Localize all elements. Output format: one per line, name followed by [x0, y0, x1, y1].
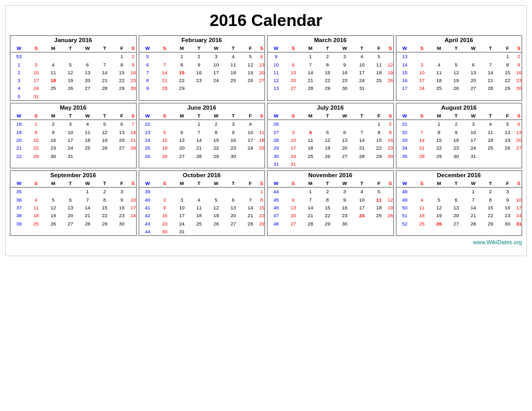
- cal-cell: 23: [224, 144, 242, 152]
- cal-cell: 9: [224, 128, 242, 136]
- cal-cell: 24: [353, 76, 370, 84]
- cal-cell: [207, 228, 224, 235]
- cal-cell: 6: [62, 196, 79, 204]
- cal-cell: 25: [413, 220, 430, 228]
- cal-cell: 7: [482, 61, 499, 69]
- cal-cell: 15: [396, 69, 414, 76]
- month-table-5: WSMTWTFS22 1234 235678910112412131415161…: [139, 112, 265, 160]
- cal-cell: 6: [224, 196, 242, 204]
- cal-cell: [242, 228, 259, 235]
- cal-cell: 27: [464, 84, 482, 92]
- col-header-1: S: [156, 112, 173, 120]
- cal-cell: 9: [45, 128, 62, 136]
- col-header-4: W: [464, 44, 482, 52]
- cal-cell: 14: [413, 136, 430, 144]
- cal-cell: 12: [207, 204, 224, 211]
- cal-cell: 29: [268, 144, 285, 152]
- month-block-1: February 2016WSMTWTFS5 12345667891011121…: [139, 35, 265, 101]
- cal-cell: 28: [482, 84, 499, 92]
- cal-cell: 27: [173, 152, 190, 160]
- cal-cell: 12: [388, 61, 393, 69]
- cal-cell: 16: [156, 211, 173, 219]
- month-block-9: October 2016WSMTWTFS39 14023456784191011…: [139, 170, 265, 236]
- cal-cell: 46: [268, 204, 285, 211]
- table-row: 456789101112: [268, 196, 393, 204]
- cal-cell: [319, 160, 336, 168]
- cal-cell: 11: [430, 69, 447, 76]
- cal-cell: 20: [224, 211, 242, 219]
- month-title-10: November 2016: [268, 171, 393, 179]
- col-header-3: T: [319, 112, 336, 120]
- table-row: 48 123: [396, 188, 522, 196]
- cal-cell: 6: [285, 61, 302, 69]
- table-row: 4216171819202122: [139, 211, 265, 219]
- cal-cell: 19: [156, 144, 173, 152]
- cal-cell: 19: [242, 69, 259, 76]
- cal-cell: 25: [370, 211, 388, 219]
- table-row: 4945678910: [396, 196, 522, 204]
- cal-cell: 16: [499, 204, 516, 211]
- cal-cell: 20: [79, 76, 96, 84]
- table-row: 35 123: [10, 188, 136, 196]
- cal-cell: 22: [139, 120, 156, 128]
- cal-cell: 25: [482, 144, 499, 152]
- col-header-1: S: [28, 44, 45, 52]
- cal-cell: 6: [173, 128, 190, 136]
- cal-cell: 4: [482, 120, 499, 128]
- cal-cell: 18: [482, 136, 499, 144]
- cal-cell: 2: [96, 188, 113, 196]
- cal-cell: [130, 92, 136, 100]
- cal-cell: 3: [499, 188, 516, 196]
- cal-cell: 25: [430, 84, 447, 92]
- cal-cell: 7: [139, 69, 156, 76]
- month-table-6: WSMTWTFS26 12273456789281011121314151629…: [268, 112, 393, 168]
- cal-cell: 26: [388, 76, 393, 84]
- cal-cell: 15: [319, 204, 336, 211]
- cal-cell: 19: [96, 136, 113, 144]
- cal-cell: 12: [447, 69, 464, 76]
- cal-cell: [113, 152, 130, 160]
- cal-cell: 9: [190, 61, 207, 69]
- cal-cell: 45: [268, 196, 285, 204]
- col-header-2: M: [302, 44, 319, 52]
- table-row: 143456789: [396, 61, 522, 69]
- calendar-grid: January 2016WSMTWTFS53 12134567892101112…: [10, 35, 522, 236]
- table-row: 531: [10, 92, 136, 100]
- col-header-1: S: [156, 179, 173, 188]
- cal-cell: 26: [207, 220, 224, 228]
- cal-cell: 4: [353, 188, 370, 196]
- cal-cell: 6: [139, 61, 156, 69]
- cal-cell: 16: [130, 69, 136, 76]
- cal-cell: 15: [259, 204, 264, 211]
- cal-cell: 8: [207, 128, 224, 136]
- cal-cell: 13: [336, 136, 353, 144]
- cal-cell: 1: [173, 52, 190, 61]
- cal-cell: [259, 152, 264, 160]
- cal-cell: 21: [242, 211, 259, 219]
- month-title-1: February 2016: [139, 36, 265, 44]
- cal-cell: 26: [139, 152, 156, 160]
- cal-cell: 24: [464, 144, 482, 152]
- cal-cell: 4: [353, 52, 370, 61]
- cal-cell: 6: [285, 196, 302, 204]
- cal-cell: [45, 52, 62, 61]
- cal-cell: 17: [242, 136, 259, 144]
- table-row: 26 12: [268, 120, 393, 128]
- cal-cell: 43: [139, 220, 156, 228]
- cal-cell: [259, 84, 264, 92]
- cal-cell: 20: [10, 136, 28, 144]
- cal-cell: 22: [319, 76, 336, 84]
- cal-cell: 30: [336, 220, 353, 228]
- cal-cell: 21: [156, 76, 173, 84]
- col-header-6: F: [370, 179, 388, 188]
- cal-cell: 23: [499, 211, 516, 219]
- table-row: 3818192021222324: [10, 211, 136, 219]
- cal-cell: 7: [302, 196, 319, 204]
- cal-cell: 14: [302, 204, 319, 211]
- col-header-5: T: [482, 44, 499, 52]
- cal-cell: 5: [370, 188, 388, 196]
- cal-cell: 15: [499, 69, 516, 76]
- page-title: 2016 Calendar: [10, 11, 522, 30]
- cal-cell: [388, 220, 393, 228]
- cal-cell: 10: [285, 136, 302, 144]
